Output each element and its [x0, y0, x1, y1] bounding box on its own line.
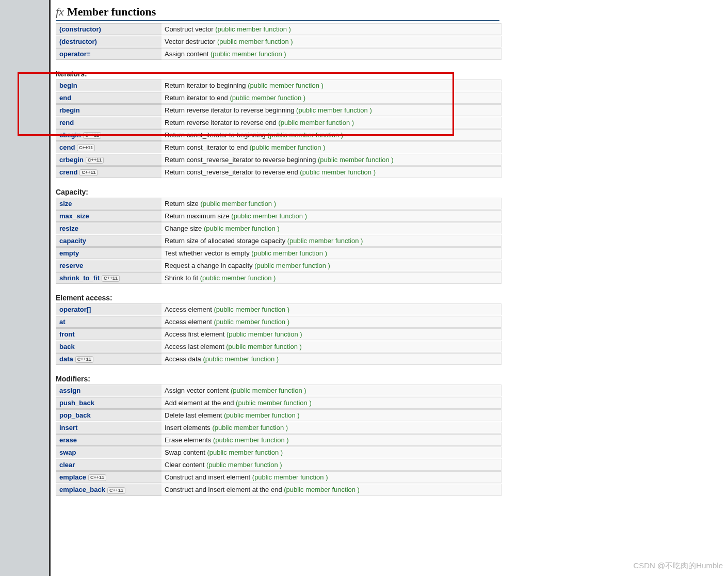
- member-type-label: (public member function ): [300, 168, 376, 176]
- function-link[interactable]: begin: [59, 82, 77, 89]
- function-name-cell: cendC++11: [56, 141, 161, 153]
- cpp11-badge-icon: C++11: [79, 169, 98, 176]
- content-area: fxMember functions (constructor)Construc…: [51, 0, 728, 576]
- member-type-label: (public member function ): [278, 119, 354, 126]
- function-table: (constructor)Construct vector (public me…: [56, 23, 501, 60]
- function-desc: Access element: [165, 306, 214, 313]
- function-desc: Access element: [165, 318, 214, 326]
- function-desc-cell: Add element at the end (public member fu…: [161, 397, 501, 409]
- function-link[interactable]: size: [59, 200, 72, 207]
- function-desc-cell: Access element (public member function ): [161, 316, 501, 328]
- function-desc: Erase elements: [165, 436, 213, 444]
- member-type-label: (public member function ): [203, 355, 279, 363]
- function-desc-cell: Return reverse iterator to reverse end (…: [161, 117, 501, 129]
- function-desc-cell: Return const_reverse_iterator to reverse…: [161, 154, 501, 166]
- function-link[interactable]: erase: [59, 436, 77, 444]
- function-desc: Insert elements: [165, 424, 213, 431]
- function-desc-cell: Vector destructor (public member functio…: [161, 36, 501, 47]
- function-desc-cell: Return const_reverse_iterator to reverse…: [161, 166, 501, 178]
- function-desc-cell: Swap content (public member function ): [161, 446, 501, 458]
- function-link[interactable]: operator=: [59, 50, 90, 58]
- table-row: (destructor)Vector destructor (public me…: [56, 36, 501, 47]
- function-name-cell: pop_back: [56, 409, 161, 421]
- function-name-cell: capacity: [56, 235, 161, 247]
- function-name-cell: dataC++11: [56, 353, 161, 365]
- function-name-cell: front: [56, 328, 161, 340]
- table-row: shrink_to_fitC++11Shrink to fit (public …: [56, 272, 501, 284]
- function-link[interactable]: cend: [59, 143, 75, 151]
- function-link[interactable]: insert: [59, 424, 77, 431]
- function-link[interactable]: (destructor): [59, 38, 97, 45]
- table-row: rbeginReturn reverse iterator to reverse…: [56, 104, 501, 116]
- sidebar-placeholder: [0, 0, 51, 576]
- function-table: beginReturn iterator to beginning (publi…: [56, 79, 501, 179]
- member-type-label: (public member function ): [213, 436, 289, 444]
- function-link[interactable]: (constructor): [59, 25, 101, 33]
- member-type-label: (public member function ): [236, 399, 312, 407]
- function-link[interactable]: swap: [59, 449, 76, 456]
- function-link[interactable]: emplace: [59, 473, 86, 481]
- table-row: crendC++11Return const_reverse_iterator …: [56, 166, 501, 178]
- table-row: clearClear content (public member functi…: [56, 459, 501, 471]
- function-desc: Return const_iterator to end: [165, 143, 250, 151]
- function-link[interactable]: back: [59, 343, 75, 350]
- function-link[interactable]: crend: [59, 168, 77, 176]
- table-row: capacityReturn size of allocated storage…: [56, 235, 501, 247]
- function-desc: Change size: [165, 225, 204, 232]
- function-name-cell: (constructor): [56, 23, 161, 35]
- function-link[interactable]: operator[]: [59, 306, 91, 313]
- function-desc-cell: Change size (public member function ): [161, 222, 501, 234]
- function-link[interactable]: resize: [59, 225, 78, 232]
- function-link[interactable]: capacity: [59, 237, 86, 245]
- function-desc: Construct and insert element: [165, 473, 252, 481]
- function-desc-cell: Return iterator to beginning (public mem…: [161, 79, 501, 91]
- function-link[interactable]: push_back: [59, 399, 94, 407]
- title-text: Member functions: [67, 5, 156, 18]
- function-link[interactable]: rend: [59, 119, 74, 126]
- member-type-label: (public member function ): [248, 82, 323, 89]
- table-row: operator[]Access element (public member …: [56, 303, 501, 315]
- table-row: rendReturn reverse iterator to reverse e…: [56, 117, 501, 129]
- group-heading: Element access:: [56, 294, 728, 302]
- function-desc-cell: Clear content (public member function ): [161, 459, 501, 471]
- fx-icon: fx: [56, 5, 64, 18]
- function-desc-cell: Construct and insert element (public mem…: [161, 471, 501, 483]
- function-desc-cell: Return iterator to end (public member fu…: [161, 92, 501, 104]
- function-link[interactable]: front: [59, 330, 75, 338]
- function-desc: Vector destructor: [165, 38, 217, 45]
- function-link[interactable]: rbegin: [59, 106, 80, 114]
- function-desc-cell: Return reverse iterator to reverse begin…: [161, 104, 501, 116]
- member-type-label: (public member function ): [214, 318, 289, 326]
- function-desc: Construct and insert element at the end: [165, 486, 284, 493]
- function-desc-cell: Construct and insert element at the end …: [161, 484, 501, 495]
- function-desc: Return const_reverse_iterator to reverse…: [165, 156, 318, 164]
- function-link[interactable]: shrink_to_fit: [59, 274, 100, 282]
- function-link[interactable]: assign: [59, 387, 80, 394]
- member-type-label: (public member function ): [224, 411, 300, 419]
- function-link[interactable]: pop_back: [59, 411, 91, 419]
- function-link[interactable]: clear: [59, 461, 75, 469]
- table-row: pop_backDelete last element (public memb…: [56, 409, 501, 421]
- function-link[interactable]: max_size: [59, 212, 89, 220]
- function-link[interactable]: reserve: [59, 262, 83, 269]
- function-link[interactable]: cbegin: [59, 131, 81, 139]
- function-link[interactable]: emplace_back: [59, 486, 105, 493]
- function-name-cell: end: [56, 92, 161, 104]
- member-type-label: (public member function ): [251, 249, 327, 257]
- function-desc-cell: Access last element (public member funct…: [161, 341, 501, 353]
- member-type-label: (public member function ): [252, 473, 328, 481]
- function-table: operator[]Access element (public member …: [56, 303, 501, 365]
- function-link[interactable]: empty: [59, 249, 79, 257]
- function-link[interactable]: at: [59, 318, 66, 326]
- function-name-cell: max_size: [56, 210, 161, 222]
- function-link[interactable]: data: [59, 355, 73, 363]
- function-link[interactable]: crbegin: [59, 156, 84, 164]
- function-desc: Return reverse iterator to reverse begin…: [165, 106, 296, 114]
- function-link[interactable]: end: [59, 94, 71, 102]
- member-type-label: (public member function ): [287, 237, 363, 245]
- function-name-cell: push_back: [56, 397, 161, 409]
- function-desc-cell: Return size of allocated storage capacit…: [161, 235, 501, 247]
- function-desc-cell: Assign content (public member function ): [161, 48, 501, 60]
- function-desc: Access first element: [165, 330, 227, 338]
- function-name-cell: operator[]: [56, 303, 161, 315]
